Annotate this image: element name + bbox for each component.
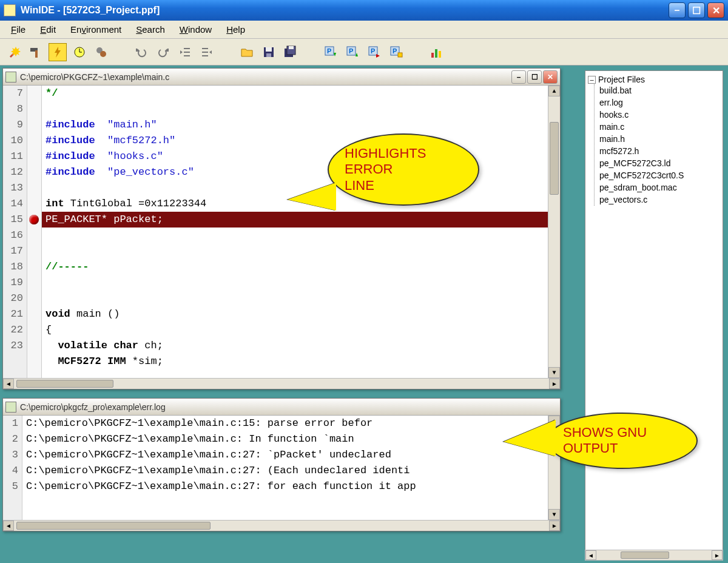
log-titlebar[interactable]: C:\pemicro\pkgcfz_pro\example\err.log bbox=[3, 399, 560, 416]
svg-text:P: P bbox=[327, 47, 331, 55]
editor-body[interactable]: 7891011121314151617181920212223 */ #incl… bbox=[3, 86, 560, 378]
log-line-gutter: 12345 bbox=[3, 416, 22, 520]
editor-vertical-scrollbar[interactable]: ▲ ▼ bbox=[548, 86, 560, 378]
project-file-item[interactable]: pe_MCF5272C3.ld bbox=[599, 157, 720, 169]
svg-marker-26 bbox=[334, 53, 336, 56]
editor-maximize-button[interactable]: ☐ bbox=[527, 70, 542, 84]
svg-rect-35 bbox=[398, 53, 402, 57]
scroll-left-button[interactable]: ◄ bbox=[585, 550, 596, 560]
project-files-panel[interactable]: – Project Files build.baterr.loghooks.cm… bbox=[585, 70, 723, 558]
line-number-gutter: 7891011121314151617181920212223 bbox=[3, 86, 27, 378]
minimize-button[interactable]: – bbox=[669, 2, 686, 18]
project-root-label[interactable]: Project Files bbox=[598, 75, 645, 84]
menu-file[interactable]: File bbox=[5, 23, 32, 36]
annotation-text: SHOWS GNU OUTPUT bbox=[563, 425, 647, 456]
svg-rect-23 bbox=[289, 46, 294, 49]
scroll-right-button[interactable]: ► bbox=[712, 550, 723, 560]
log-window: C:\pemicro\pkgcfz_pro\example\err.log 12… bbox=[2, 398, 561, 531]
scroll-thumb[interactable] bbox=[550, 122, 559, 195]
editor-titlebar[interactable]: C:\pemicro\PKGCFZ~1\example\main.c – ☐ ✕ bbox=[3, 69, 560, 86]
scroll-left-button[interactable]: ◄ bbox=[3, 521, 14, 531]
open-icon[interactable] bbox=[238, 43, 256, 61]
toolbar: P P P P bbox=[0, 39, 728, 66]
scroll-down-button[interactable]: ▼ bbox=[548, 509, 560, 520]
log-area[interactable]: C:\pemicro\PKGCFZ~1\example\main.c:15: p… bbox=[22, 416, 548, 520]
panel-cfg-icon[interactable]: P bbox=[387, 43, 405, 61]
hscroll-thumb[interactable] bbox=[621, 551, 669, 559]
menu-window[interactable]: Window bbox=[174, 23, 218, 36]
svg-rect-3 bbox=[35, 50, 38, 58]
redo-icon[interactable] bbox=[154, 43, 172, 61]
chart-icon[interactable] bbox=[427, 43, 445, 61]
project-file-item[interactable]: pe_vectors.c bbox=[599, 194, 720, 206]
menu-environment[interactable]: Environment bbox=[64, 23, 127, 36]
menu-search[interactable]: Search bbox=[130, 23, 171, 36]
svg-rect-37 bbox=[435, 49, 437, 58]
outdent-icon[interactable] bbox=[176, 43, 194, 61]
app-icon bbox=[4, 4, 16, 16]
svg-marker-32 bbox=[376, 54, 380, 58]
bolt-icon[interactable] bbox=[49, 43, 67, 61]
tree-collapse-toggle[interactable]: – bbox=[588, 76, 596, 84]
project-file-item[interactable]: main.c bbox=[599, 121, 720, 133]
maximize-button[interactable]: ☐ bbox=[688, 2, 705, 18]
project-file-item[interactable]: main.h bbox=[599, 133, 720, 145]
save-all-icon[interactable] bbox=[281, 43, 300, 61]
window-titlebar: WinIDE - [5272C3_Project.ppf] – ☐ ✕ bbox=[0, 0, 728, 21]
svg-text:P: P bbox=[393, 47, 397, 55]
hscroll-thumb[interactable] bbox=[16, 522, 211, 530]
scroll-left-button[interactable]: ◄ bbox=[3, 379, 14, 389]
project-file-item[interactable]: pe_sdram_boot.mac bbox=[599, 181, 720, 194]
project-file-item[interactable]: err.log bbox=[599, 96, 720, 109]
indent-icon[interactable] bbox=[198, 43, 216, 61]
panel-right-icon[interactable]: P bbox=[365, 43, 383, 61]
svg-marker-1 bbox=[11, 47, 21, 56]
svg-rect-19 bbox=[266, 47, 272, 52]
clock-gear-icon[interactable] bbox=[70, 43, 89, 61]
log-title-text: C:\pemicro\pkgcfz_pro\example\err.log bbox=[20, 402, 558, 412]
scroll-up-button[interactable]: ▲ bbox=[548, 86, 560, 96]
svg-text:P: P bbox=[349, 47, 353, 55]
hammer-icon[interactable] bbox=[27, 43, 45, 61]
code-area[interactable]: */ #include "main.h" #include "mcf5272.h… bbox=[42, 86, 548, 378]
editor-minimize-button[interactable]: – bbox=[511, 70, 526, 84]
svg-rect-36 bbox=[431, 53, 434, 58]
log-horizontal-scrollbar[interactable]: ◄ ► bbox=[3, 520, 560, 531]
project-file-item[interactable]: pe_MCF5272C3crt0.S bbox=[599, 169, 720, 181]
project-hscroll[interactable]: ◄ ► bbox=[585, 550, 723, 561]
annotation-highlight-error: HIGHLIGHTS ERROR LINE bbox=[328, 133, 479, 206]
save-icon[interactable] bbox=[260, 43, 278, 61]
file-log-icon bbox=[5, 402, 16, 413]
menubar: File Edit Environment Search Window Help bbox=[0, 21, 728, 39]
svg-text:P: P bbox=[371, 47, 375, 55]
editor-title-text: C:\pemicro\PKGCFZ~1\example\main.c bbox=[20, 72, 511, 82]
project-file-item[interactable]: mcf5272.h bbox=[599, 145, 720, 157]
scroll-down-button[interactable]: ▼ bbox=[548, 367, 560, 378]
gear-stack-icon[interactable] bbox=[92, 43, 110, 61]
project-file-item[interactable]: hooks.c bbox=[599, 109, 720, 121]
menu-help[interactable]: Help bbox=[220, 23, 251, 36]
undo-icon[interactable] bbox=[132, 43, 150, 61]
svg-marker-4 bbox=[55, 47, 61, 58]
svg-rect-20 bbox=[266, 53, 271, 57]
wizard-icon[interactable] bbox=[5, 43, 23, 61]
window-title: WinIDE - [5272C3_Project.ppf] bbox=[21, 5, 669, 16]
marker-gutter bbox=[27, 86, 42, 378]
svg-rect-38 bbox=[439, 51, 441, 58]
svg-marker-29 bbox=[356, 53, 358, 56]
hscroll-thumb[interactable] bbox=[16, 380, 113, 388]
panel-down-icon[interactable]: P bbox=[322, 43, 340, 61]
editor-window: C:\pemicro\PKGCFZ~1\example\main.c – ☐ ✕… bbox=[2, 68, 561, 389]
scroll-right-button[interactable]: ► bbox=[549, 521, 560, 531]
svg-marker-17 bbox=[209, 50, 212, 54]
svg-point-9 bbox=[100, 51, 106, 57]
log-body[interactable]: 12345 C:\pemicro\PKGCFZ~1\example\main.c… bbox=[3, 416, 560, 520]
annotation-text: HIGHLIGHTS ERROR LINE bbox=[345, 146, 426, 193]
editor-horizontal-scrollbar[interactable]: ◄ ► bbox=[3, 378, 560, 389]
close-button[interactable]: ✕ bbox=[707, 2, 724, 18]
panel-up-icon[interactable]: P bbox=[343, 43, 362, 61]
menu-edit[interactable]: Edit bbox=[34, 23, 62, 36]
scroll-right-button[interactable]: ► bbox=[549, 379, 560, 389]
project-file-item[interactable]: build.bat bbox=[599, 84, 720, 96]
editor-close-button[interactable]: ✕ bbox=[543, 70, 558, 84]
